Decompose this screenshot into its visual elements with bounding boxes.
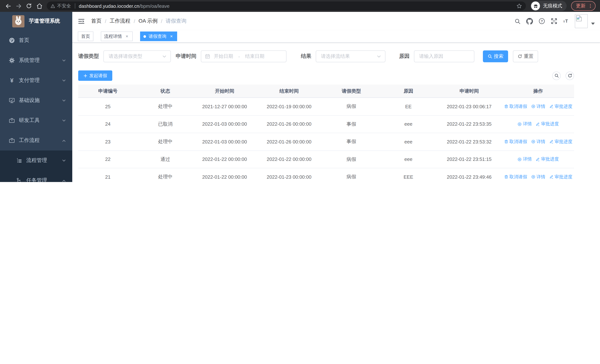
breadcrumb-workflow[interactable]: 工作流程	[110, 18, 131, 24]
table-header: 申请编号 状态 开始时间 结束时间 请假类型 原因 申请时间 操作	[78, 84, 574, 98]
action-detail-link[interactable]: 详情	[517, 121, 532, 127]
cell-actions: 详情审批进度	[502, 121, 574, 127]
cell-leave-type: 事假	[322, 139, 381, 145]
fullscreen-icon	[551, 18, 557, 24]
table-row[interactable]: 25 处理中 2021-12-27 00:00:00 2022-01-19 00…	[78, 98, 574, 115]
sidebar-item-payment[interactable]: ¥ 支付管理	[0, 70, 72, 90]
cell-id: 24	[78, 121, 138, 127]
action-detail-link[interactable]: 详情	[531, 174, 545, 180]
sidebar-item-label: 工作流程	[19, 137, 40, 144]
leave-type-select[interactable]: 请选择请假类型	[103, 50, 171, 62]
result-label: 结果	[301, 53, 311, 60]
pen-icon	[535, 157, 540, 162]
address-bar[interactable]: 不安全 dashboard.yudao.iocoder.cn/bpm/oa/le…	[47, 1, 526, 10]
sidebar-item-home[interactable]: 首页	[0, 30, 72, 50]
cell-reason: EE	[381, 104, 436, 109]
column-header: 请假类型	[322, 88, 381, 94]
action-progress-link[interactable]: 审批进度	[549, 174, 572, 180]
breadcrumb-current: 请假查询	[166, 18, 187, 24]
app-title: 芋道管理系统	[29, 18, 60, 24]
sidebar-item-workflow[interactable]: 工作流程	[0, 131, 72, 150]
svg-text:?: ?	[541, 19, 543, 23]
trash-icon	[504, 175, 508, 179]
sidebar-item-process-mgmt[interactable]: 流程管理	[0, 150, 72, 170]
sidebar-item-infra[interactable]: 基础设施	[0, 90, 72, 111]
table-row[interactable]: 23 处理中 2022-01-03 00:00:00 2022-01-26 00…	[78, 133, 574, 151]
action-progress-link[interactable]: 审批进度	[549, 139, 572, 145]
bookmark-star-icon[interactable]	[516, 3, 522, 9]
action-cancel-link[interactable]: 取消请假	[504, 174, 527, 180]
browser-back-button[interactable]	[3, 1, 13, 11]
action-progress-link[interactable]: 审批进度	[535, 156, 559, 163]
action-detail-link[interactable]: 详情	[531, 139, 545, 145]
refresh-icon	[26, 3, 32, 9]
github-link[interactable]	[526, 18, 533, 24]
cell-actions: 取消请假详情审批进度	[502, 139, 574, 145]
cell-end-time: 2022-01-22 00:00:00	[256, 157, 322, 162]
create-leave-button[interactable]: 发起请假	[78, 70, 112, 81]
action-detail-link[interactable]: 详情	[517, 156, 532, 163]
avatar[interactable]	[575, 14, 588, 28]
header-search-button[interactable]	[514, 18, 521, 24]
action-cancel-link[interactable]: 取消请假	[504, 103, 527, 110]
plus-icon	[83, 74, 87, 78]
close-tab-icon[interactable]: ×	[124, 34, 129, 39]
pen-icon	[549, 140, 553, 144]
apply-time-range-picker[interactable]: 开始日期 - 结束日期	[201, 50, 286, 62]
show-search-button[interactable]	[552, 71, 561, 80]
tags-view-bar: 首页 流程详情 × 请假查询 ×	[72, 30, 600, 43]
browser-refresh-button[interactable]	[24, 1, 34, 11]
table-body: 25 处理中 2021-12-27 00:00:00 2022-01-19 00…	[78, 98, 574, 182]
reason-input[interactable]: 请输入原因	[414, 50, 474, 62]
tab-leave-query[interactable]: 请假查询 ×	[140, 31, 177, 41]
view-icon	[517, 122, 522, 126]
font-size-button[interactable]: TT	[563, 18, 570, 24]
avatar-dropdown-caret-icon[interactable]	[591, 23, 595, 25]
sidebar-item-system[interactable]: 系统管理	[0, 50, 72, 70]
browser-toolbar: 不安全 dashboard.yudao.iocoder.cn/bpm/oa/le…	[0, 0, 600, 12]
action-progress-link[interactable]: 审批进度	[535, 121, 559, 127]
kebab-menu-icon[interactable]	[588, 3, 593, 9]
cell-actions: 详情审批进度	[502, 156, 574, 163]
browser-forward-button[interactable]	[13, 1, 24, 11]
cell-apply-time: 2022-01-22 23:49:46	[436, 174, 502, 180]
cell-actions: 取消请假详情审批进度	[502, 174, 574, 180]
breadcrumb-home[interactable]: 首页	[91, 18, 102, 24]
table-tools	[552, 71, 574, 80]
font-size-icon: TT	[563, 18, 570, 24]
search-button[interactable]: 搜索	[483, 50, 508, 62]
tab-home[interactable]: 首页	[78, 31, 94, 41]
fullscreen-button[interactable]	[551, 18, 557, 24]
close-tab-icon[interactable]: ×	[169, 34, 174, 39]
browser-update-button[interactable]: 更新	[571, 1, 596, 11]
sidebar-item-devtools[interactable]: 研发工具	[0, 111, 72, 131]
reset-button[interactable]: 重置	[513, 50, 538, 62]
search-icon	[488, 54, 492, 59]
svg-text:T: T	[563, 20, 565, 23]
sidebar-menu: 首页 系统管理 ¥ 支付管理 基础设施	[0, 30, 72, 182]
browser-home-button[interactable]	[34, 1, 45, 11]
sidebar-item-label: 流程管理	[26, 157, 47, 164]
app-logo-row: 芋道管理系统	[0, 12, 72, 30]
table-row[interactable]: 24 已取消 2022-01-03 00:00:00 2022-01-26 00…	[78, 115, 574, 133]
search-icon	[514, 18, 521, 24]
result-select[interactable]: 请选择流结果	[316, 50, 385, 62]
breadcrumb-oa-example[interactable]: OA 示例	[139, 18, 158, 24]
view-icon	[531, 140, 535, 144]
collapse-sidebar-button[interactable]	[77, 18, 85, 25]
cell-id: 21	[78, 174, 138, 180]
leave-table: 申请编号 状态 开始时间 结束时间 请假类型 原因 申请时间 操作 25 处理中…	[78, 84, 574, 182]
search-icon	[554, 73, 559, 78]
table-row[interactable]: 22 通过 2022-01-22 00:00:00 2022-01-22 00:…	[78, 151, 574, 168]
action-progress-link[interactable]: 审批进度	[549, 103, 572, 110]
table-row[interactable]: 21 处理中 2022-01-22 00:00:00 2022-01-23 00…	[78, 168, 574, 182]
tab-process-detail[interactable]: 流程详情 ×	[101, 31, 133, 41]
svg-text:T: T	[565, 19, 568, 24]
action-detail-link[interactable]: 详情	[531, 103, 545, 110]
security-chip[interactable]: 不安全	[50, 3, 71, 9]
column-header: 结束时间	[256, 88, 322, 94]
refresh-table-button[interactable]	[565, 71, 574, 80]
action-cancel-link[interactable]: 取消请假	[504, 139, 527, 145]
help-button[interactable]: ?	[538, 18, 545, 24]
sidebar-item-task-mgmt[interactable]: 任务管理	[0, 170, 72, 182]
